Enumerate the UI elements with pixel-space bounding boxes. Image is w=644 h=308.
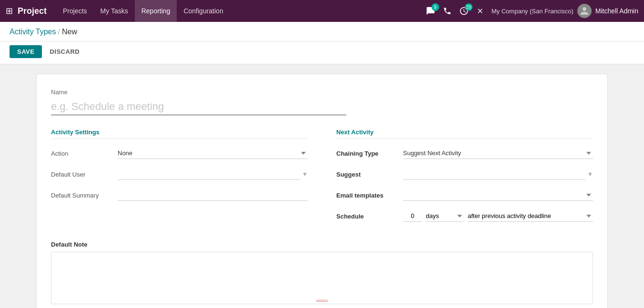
email-templates-label: Email templates xyxy=(336,192,403,199)
chaining-type-field-row: Chaining Type Suggest Next Activity Trig… xyxy=(336,146,593,161)
chat-button[interactable]: 9 xyxy=(424,4,437,18)
suggest-label: Suggest xyxy=(336,171,403,178)
note-textarea-wrapper xyxy=(51,252,593,304)
default-summary-control xyxy=(118,189,308,201)
form-card: Name Activity Settings Action None Uploa… xyxy=(36,74,608,308)
main-content: Name Activity Settings Action None Uploa… xyxy=(0,64,644,308)
schedule-unit-select[interactable]: days weeks months xyxy=(426,210,464,222)
chat-badge: 9 xyxy=(432,3,439,11)
default-summary-label: Default Summary xyxy=(51,192,118,199)
name-input[interactable] xyxy=(51,99,346,115)
activity-settings-col: Activity Settings Action None Upload Doc… xyxy=(51,129,308,229)
schedule-number-input[interactable] xyxy=(403,210,422,222)
action-select[interactable]: None Upload Document Sign Document xyxy=(118,148,308,159)
breadcrumb-current: New xyxy=(62,28,77,36)
schedule-control: days weeks months after previous activit… xyxy=(403,210,593,222)
app-brand: Project xyxy=(18,6,47,16)
phone-button[interactable] xyxy=(441,5,453,17)
chaining-type-label: Chaining Type xyxy=(336,150,403,157)
default-note-section: Default Note xyxy=(51,241,593,304)
nav-projects[interactable]: Projects xyxy=(56,0,94,22)
next-activity-title: Next Activity xyxy=(336,129,593,139)
chaining-type-control: Suggest Next Activity Trigger Next Activ… xyxy=(403,148,593,159)
default-summary-field-row: Default Summary xyxy=(51,188,308,203)
default-user-dropdown-icon: ▼ xyxy=(302,171,308,178)
suggest-input[interactable] xyxy=(403,169,585,180)
default-user-control xyxy=(118,169,300,180)
discard-button[interactable]: DISCARD xyxy=(46,45,83,58)
save-button[interactable]: SAVE xyxy=(10,45,42,58)
email-templates-control xyxy=(403,189,593,201)
default-note-label: Default Note xyxy=(51,241,593,248)
action-control: None Upload Document Sign Document xyxy=(118,148,308,159)
schedule-field-row: Schedule days weeks months after previou… xyxy=(336,209,593,224)
default-user-input[interactable] xyxy=(118,169,300,180)
suggest-field-row: Suggest ▼ xyxy=(336,167,593,182)
breadcrumb-separator: / xyxy=(58,28,60,36)
apps-icon[interactable]: ⊞ xyxy=(6,6,13,16)
activity-button[interactable]: 29 xyxy=(457,4,471,18)
default-summary-input[interactable] xyxy=(118,189,308,201)
company-name: My Company (San Francisco) xyxy=(492,8,574,15)
nav-my-tasks[interactable]: My Tasks xyxy=(94,0,135,22)
next-activity-col: Next Activity Chaining Type Suggest Next… xyxy=(336,129,593,229)
email-templates-select[interactable] xyxy=(403,189,593,201)
resize-line-1 xyxy=(316,300,328,300)
breadcrumb-parent[interactable]: Activity Types xyxy=(10,28,56,36)
schedule-label: Schedule xyxy=(336,213,403,220)
close-button[interactable] xyxy=(474,5,486,17)
user-menu[interactable]: Mitchell Admin xyxy=(577,4,638,18)
default-user-label: Default User xyxy=(51,171,118,178)
breadcrumb-bar: Activity Types / New xyxy=(0,22,644,41)
navbar-menu: Projects My Tasks Reporting Configuratio… xyxy=(56,0,424,22)
form-columns: Activity Settings Action None Upload Doc… xyxy=(51,129,593,229)
suggest-dropdown-icon: ▼ xyxy=(587,171,593,178)
activity-badge: 29 xyxy=(465,3,473,11)
suggest-control xyxy=(403,169,585,180)
schedule-after-select[interactable]: after previous activity deadline after p… xyxy=(468,210,593,222)
nav-reporting[interactable]: Reporting xyxy=(135,0,177,22)
avatar xyxy=(577,4,592,18)
name-label: Name xyxy=(51,89,593,96)
activity-settings-title: Activity Settings xyxy=(51,129,308,139)
nav-configuration[interactable]: Configuration xyxy=(177,0,230,22)
action-bar: SAVE DISCARD xyxy=(0,41,644,64)
note-resize-handle[interactable] xyxy=(315,300,329,303)
action-label: Action xyxy=(51,150,118,157)
note-textarea[interactable] xyxy=(51,252,593,300)
email-templates-field-row: Email templates xyxy=(336,188,593,203)
navbar-right: 9 29 My Company (San Francisco) Mitchell… xyxy=(424,4,638,18)
default-user-field-row: Default User ▼ xyxy=(51,167,308,182)
resize-line-2 xyxy=(316,301,328,302)
chaining-type-select[interactable]: Suggest Next Activity Trigger Next Activ… xyxy=(403,148,593,159)
breadcrumb: Activity Types / New xyxy=(10,28,634,36)
action-field-row: Action None Upload Document Sign Documen… xyxy=(51,146,308,161)
navbar: ⊞ Project Projects My Tasks Reporting Co… xyxy=(0,0,644,22)
user-name: Mitchell Admin xyxy=(595,7,638,15)
